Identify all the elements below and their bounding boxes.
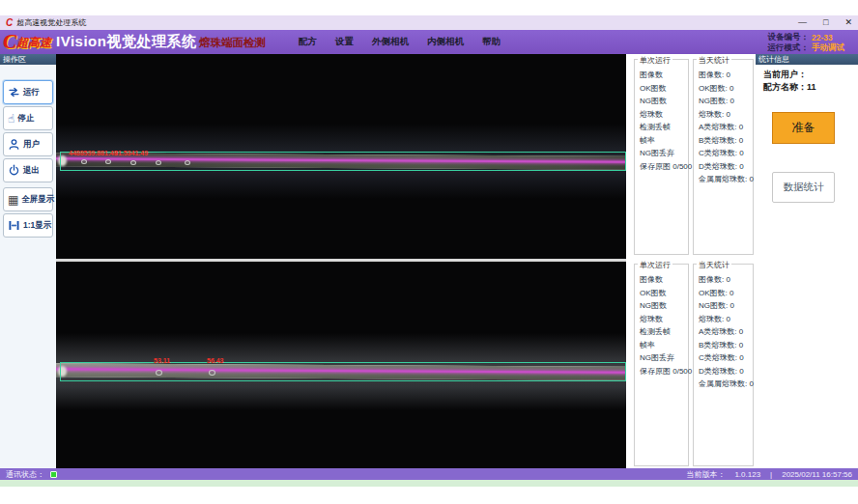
info-panel: 统计信息 当前用户： 配方名称：11 准备 数据统计 — [756, 54, 858, 468]
run-mode-label: 运行模式： — [768, 42, 810, 54]
run-label: 运行 — [23, 87, 40, 98]
app-name: IVision视觉处理系统 — [56, 33, 196, 51]
stat-row: 检测丢帧 — [640, 325, 688, 339]
stat-row: B类熔珠数: 0 — [699, 134, 753, 148]
app-window: C 超高速视觉处理系统 — □ ✕ C 超高速 IVision视觉处理系统 熔珠… — [0, 0, 858, 504]
brand-logo-icon: C — [3, 30, 16, 54]
camera1-daily-stats-group: 当天统计 图像数: 0OK图数: 0NG图数: 0熔珠数: 0A类熔珠数: 0B… — [693, 59, 754, 255]
camera-view-inner[interactable]: 53.1156.43 — [56, 262, 626, 468]
fullscreen-grid-icon: ▦ — [8, 194, 18, 206]
camera-view-outer[interactable]: 4488539.881.4931.5341.49 — [56, 54, 626, 259]
camera2-single-run-group: 单次运行 图像数OK图数NG图数熔珠数检测丢帧帧率NG图丢弃保存原图 0/500 — [634, 264, 689, 466]
defect-marker — [156, 370, 162, 376]
menu-item[interactable]: 配方 — [296, 34, 320, 50]
stat-row: 帧率 — [640, 134, 688, 148]
measurement-annotation: 53.11 — [154, 357, 170, 364]
window-titlebar: C 超高速视觉处理系统 — □ ✕ — [0, 15, 858, 30]
power-icon — [8, 164, 20, 177]
stat-row: C类熔珠数: 0 — [699, 351, 753, 365]
daily-stats: 图像数: 0OK图数: 0NG图数: 0熔珠数: 0A类熔珠数: 0B类熔珠数:… — [694, 265, 753, 391]
defect-marker — [105, 159, 111, 164]
stat-row: 熔珠数 — [640, 313, 688, 326]
comm-status-indicator — [50, 471, 57, 478]
stat-row: B类熔珠数: 0 — [699, 339, 753, 352]
stat-row: 保存原图 0/500 — [640, 160, 688, 174]
one-to-one-button[interactable]: 1:1显示 — [3, 213, 53, 238]
stat-row: D类熔珠数: 0 — [699, 365, 753, 378]
stat-row: 熔珠数: 0 — [699, 108, 753, 122]
stat-row: 熔珠数: 0 — [699, 313, 753, 326]
defect-marker — [81, 159, 87, 164]
stat-row: 金属屑熔珠数: 0 — [699, 378, 753, 391]
single-run-stats: 图像数OK图数NG图数熔珠数检测丢帧帧率NG图丢弃保存原图 0/500 — [635, 60, 688, 173]
run-button[interactable]: 运行 — [3, 80, 53, 104]
user-label: 用户 — [23, 139, 40, 151]
device-id-value: 22-33 — [812, 33, 852, 42]
info-panel-title: 统计信息 — [756, 54, 858, 65]
close-icon[interactable]: ✕ — [844, 18, 852, 27]
status-bar: 通讯状态： 当前版本： 1.0.123 | 2025/02/11 16:57:5… — [0, 468, 858, 480]
stat-row: A类熔珠数: 0 — [699, 325, 753, 339]
stat-row: 检测丢帧 — [640, 121, 688, 134]
minimize-icon[interactable]: — — [798, 18, 807, 27]
stat-row: NG图丢弃 — [640, 351, 688, 365]
device-info: 设备编号： 22-33 运行模式： 手动调试 — [768, 32, 853, 53]
datetime-value: 2025/02/11 16:57:56 — [782, 470, 852, 479]
menu-item[interactable]: 帮助 — [479, 34, 503, 50]
stat-row: 图像数 — [640, 273, 688, 287]
stat-row: NG图丢弃 — [640, 147, 688, 160]
bottom-edge-strip — [0, 480, 858, 487]
daily-stats: 图像数: 0OK图数: 0NG图数: 0熔珠数: 0A类熔珠数: 0B类熔珠数:… — [694, 60, 753, 186]
stat-row: OK图数: 0 — [699, 287, 753, 300]
stat-row: OK图数 — [640, 82, 688, 96]
group-title: 单次运行 — [638, 55, 672, 66]
maximize-icon[interactable]: □ — [823, 18, 828, 27]
comm-status-label: 通讯状态： — [6, 469, 44, 480]
camera2-roi-box — [60, 362, 626, 381]
stop-label: 停止 — [17, 113, 34, 125]
stat-row: D类熔珠数: 0 — [699, 160, 753, 174]
data-statistics-button[interactable]: 数据统计 — [772, 172, 835, 203]
window-title: 超高速视觉处理系统 — [16, 17, 86, 28]
operation-sidebar: 操作区 运行 ☝ 停止 用户 退出 ▦ 全 — [0, 54, 56, 468]
fullscreen-label: 全屏显示 — [21, 194, 54, 206]
stat-row: 图像数 — [640, 69, 688, 82]
group-title: 单次运行 — [638, 260, 672, 270]
defect-marker — [130, 160, 136, 165]
measurement-annotation: 56.43 — [207, 357, 224, 364]
measurement-annotation: 31.5341.49 — [114, 150, 148, 156]
current-user-label: 当前用户： — [763, 70, 807, 79]
status-separator: | — [770, 470, 772, 479]
group-title: 当天统计 — [697, 55, 731, 66]
stat-row: 图像数: 0 — [699, 69, 753, 82]
group-title: 当天统计 — [697, 260, 731, 270]
recipe-label: 配方名称： — [763, 82, 807, 92]
menu-item[interactable]: 内侧相机 — [424, 34, 467, 50]
camera1-single-run-group: 单次运行 图像数OK图数NG图数熔珠数检测丢帧帧率NG图丢弃保存原图 0/500 — [634, 59, 689, 255]
user-icon — [8, 138, 20, 151]
stat-row: 金属屑熔珠数: 0 — [699, 173, 753, 186]
stat-row: A类熔珠数: 0 — [699, 121, 753, 134]
single-run-stats: 图像数OK图数NG图数熔珠数检测丢帧帧率NG图丢弃保存原图 0/500 — [635, 265, 688, 378]
stat-row: NG图数 — [640, 95, 688, 108]
prepare-button[interactable]: 准备 — [772, 112, 835, 144]
app-header: C 超高速 IVision视觉处理系统 熔珠端面检测 配方设置外侧相机内侧相机帮… — [0, 30, 858, 54]
brand-logo-text: 超高速 — [16, 35, 51, 51]
version-label: 当前版本： — [686, 469, 725, 480]
menu-item[interactable]: 外侧相机 — [369, 34, 412, 50]
stat-row: 帧率 — [640, 339, 688, 352]
stat-row: NG图数 — [640, 299, 688, 313]
one-to-one-icon — [8, 219, 20, 232]
main-menu: 配方设置外侧相机内侧相机帮助 — [296, 30, 503, 54]
current-user-row: 当前用户： — [763, 69, 807, 81]
exit-button[interactable]: 退出 — [3, 158, 53, 182]
run-loop-icon — [8, 86, 20, 98]
menu-item[interactable]: 设置 — [332, 34, 357, 50]
user-button[interactable]: 用户 — [3, 132, 53, 156]
measurement-annotation: 4488539.881.49 — [69, 150, 118, 156]
stat-row: NG图数: 0 — [699, 299, 753, 313]
version-value: 1.0.123 — [734, 470, 760, 479]
fullscreen-button[interactable]: ▦ 全屏显示 — [3, 187, 53, 211]
exit-label: 退出 — [23, 165, 40, 177]
stop-button[interactable]: ☝ 停止 — [3, 106, 53, 130]
